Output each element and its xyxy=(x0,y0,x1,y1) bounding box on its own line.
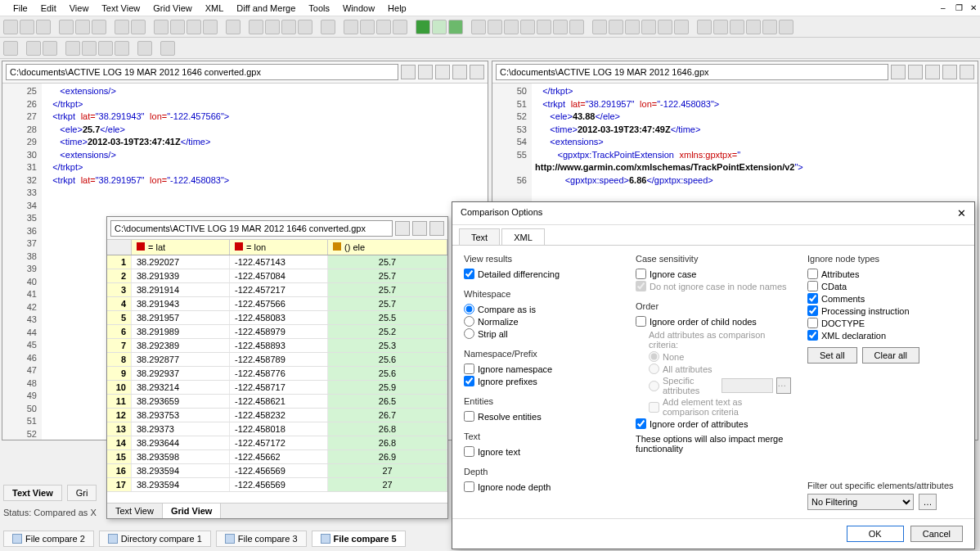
menu-file[interactable]: File xyxy=(7,2,34,15)
tb-icon[interactable] xyxy=(26,41,41,56)
tb-icon[interactable] xyxy=(520,20,535,34)
tb-icon[interactable] xyxy=(160,41,175,56)
tb-icon[interactable] xyxy=(82,41,97,56)
ignore-depth-checkbox[interactable]: Ignore node depth xyxy=(464,481,619,492)
tb-icon[interactable] xyxy=(281,20,296,34)
tb-icon[interactable] xyxy=(471,20,486,34)
menu-view[interactable]: View xyxy=(63,2,96,15)
tb-icon[interactable] xyxy=(537,20,551,34)
grid-tab-grid[interactable]: Grid View xyxy=(163,504,222,518)
tb-icon[interactable] xyxy=(625,20,640,34)
tb-icon[interactable] xyxy=(674,20,689,34)
cancel-button[interactable]: Cancel xyxy=(910,526,963,542)
tb-icon[interactable] xyxy=(36,20,51,34)
grid-row[interactable]: 738.292389-122.45889325.3 xyxy=(107,339,447,353)
tb-icon[interactable] xyxy=(641,20,656,34)
filter-select[interactable]: No Filtering xyxy=(807,494,914,510)
tab-grid-view[interactable]: Gri xyxy=(67,485,97,501)
tb-icon[interactable] xyxy=(131,20,146,34)
dropdown-icon[interactable] xyxy=(891,65,906,79)
tb-icon[interactable] xyxy=(416,20,430,34)
ign-doctype-checkbox[interactable]: DOCTYPE xyxy=(807,318,963,328)
ws-strip-radio[interactable]: Strip all xyxy=(464,328,619,339)
open-icon[interactable] xyxy=(418,65,433,79)
tb-icon[interactable] xyxy=(137,41,152,56)
ign-comments-checkbox[interactable]: Comments xyxy=(807,293,963,304)
tb-icon[interactable] xyxy=(488,20,502,34)
ign-cdata-checkbox[interactable]: CData xyxy=(807,281,963,291)
tb-icon[interactable] xyxy=(170,20,185,34)
grid-row[interactable]: 1338.29373-122.45801826.8 xyxy=(107,422,447,436)
close-icon[interactable]: ✕ xyxy=(964,2,977,11)
grid-body[interactable]: 138.292027-122.45714325.7238.291939-122.… xyxy=(107,255,447,503)
save-icon[interactable] xyxy=(435,65,450,79)
tb-icon[interactable] xyxy=(298,20,312,34)
detailed-diff-checkbox[interactable]: Detailed differencing xyxy=(464,269,619,279)
menu-edit[interactable]: Edit xyxy=(34,2,63,15)
refresh-icon[interactable] xyxy=(470,65,484,79)
grid-row[interactable]: 138.292027-122.45714325.7 xyxy=(107,255,447,269)
ok-button[interactable]: OK xyxy=(847,526,904,542)
save-icon[interactable] xyxy=(429,221,444,236)
tb-icon[interactable] xyxy=(762,20,777,34)
left-path-input[interactable] xyxy=(6,64,398,80)
ign-xmldecl-checkbox[interactable]: XML declaration xyxy=(807,330,963,341)
tb-icon[interactable] xyxy=(609,20,623,34)
ignore-pfx-checkbox[interactable]: Ignore prefixes xyxy=(464,376,619,386)
grid-path-input[interactable] xyxy=(110,220,393,237)
grid-row[interactable]: 938.292937-122.45877625.6 xyxy=(107,367,447,381)
set-all-button[interactable]: Set all xyxy=(807,347,857,364)
grid-row[interactable]: 338.291914-122.45721725.7 xyxy=(107,283,447,297)
ignore-child-order-checkbox[interactable]: Ignore order of child nodes xyxy=(636,316,791,327)
ignore-text-checkbox[interactable]: Ignore text xyxy=(464,446,619,457)
ign-attrs-checkbox[interactable]: Attributes xyxy=(807,269,963,279)
filter-browse-button[interactable]: … xyxy=(919,494,937,510)
tb-icon[interactable] xyxy=(321,20,335,34)
resolve-ent-checkbox[interactable]: Resolve entities xyxy=(464,411,619,422)
menu-help[interactable]: Help xyxy=(381,2,413,15)
tb-icon[interactable] xyxy=(115,20,129,34)
grid-row[interactable]: 638.291989-122.45897925.2 xyxy=(107,325,447,339)
grid-row[interactable]: 538.291957-122.45808325.5 xyxy=(107,311,447,325)
tb-icon[interactable] xyxy=(265,20,280,34)
tab-text[interactable]: Text xyxy=(459,228,500,246)
tb-icon[interactable] xyxy=(360,20,375,34)
grid-row[interactable]: 1738.293594-122.45656927 xyxy=(107,478,447,492)
save-icon[interactable] xyxy=(942,65,957,79)
file-tab[interactable]: File compare 5 xyxy=(312,531,406,547)
grid-row[interactable]: 838.292877-122.45878925.6 xyxy=(107,353,447,367)
grid-col-ele[interactable]: () ele xyxy=(328,240,447,255)
open-icon[interactable] xyxy=(908,65,923,79)
tb-icon[interactable] xyxy=(779,20,793,34)
tb-icon[interactable] xyxy=(393,20,407,34)
grid-row[interactable]: 1238.293753-122.45823226.7 xyxy=(107,409,447,422)
restore-icon[interactable]: ❐ xyxy=(949,2,962,11)
grid-row[interactable]: 1438.293644-122.45717226.8 xyxy=(107,436,447,450)
tab-text-view[interactable]: Text View xyxy=(3,485,62,501)
ws-norm-radio[interactable]: Normalize xyxy=(464,316,619,327)
grid-tab-text[interactable]: Text View xyxy=(107,504,163,518)
tb-icon[interactable] xyxy=(553,20,568,34)
tb-icon[interactable] xyxy=(376,20,391,34)
grid-col-num[interactable] xyxy=(107,240,132,255)
tb-icon[interactable] xyxy=(3,41,18,56)
tb-icon[interactable] xyxy=(658,20,672,34)
tb-icon[interactable] xyxy=(226,20,241,34)
ignore-ns-checkbox[interactable]: Ignore namespace xyxy=(464,364,619,374)
tb-icon[interactable] xyxy=(59,20,74,34)
file-tab[interactable]: File compare 2 xyxy=(3,531,94,547)
tb-icon[interactable] xyxy=(249,20,263,34)
tb-icon[interactable] xyxy=(713,20,728,34)
tb-icon[interactable] xyxy=(746,20,761,34)
menu-tools[interactable]: Tools xyxy=(302,2,336,15)
file-tab[interactable]: Directory compare 1 xyxy=(99,531,211,547)
ign-pi-checkbox[interactable]: Processing instruction xyxy=(807,305,963,316)
tb-icon[interactable] xyxy=(154,20,169,34)
tb-icon[interactable] xyxy=(344,20,358,34)
grid-row[interactable]: 1638.293594-122.45656927 xyxy=(107,464,447,478)
file-tab[interactable]: File compare 3 xyxy=(216,531,307,547)
menu-diffmerge[interactable]: Diff and Merge xyxy=(230,2,302,15)
ignore-attr-order-checkbox[interactable]: Ignore order of attributes xyxy=(636,418,791,429)
tb-icon[interactable] xyxy=(43,41,57,56)
save-icon[interactable] xyxy=(925,65,940,79)
